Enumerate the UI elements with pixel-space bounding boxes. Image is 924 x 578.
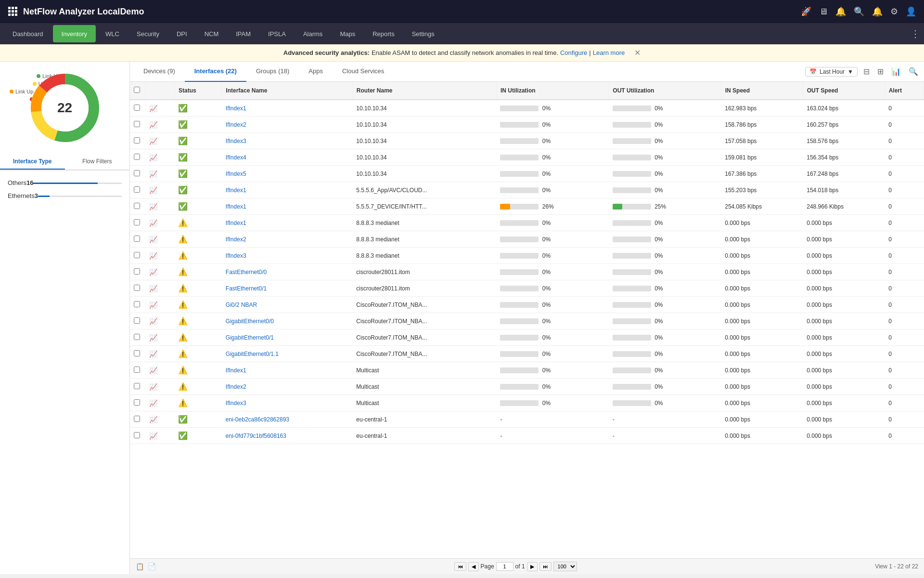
ctab-apps[interactable]: Apps — [299, 62, 333, 82]
nav-ncm[interactable]: NCM — [196, 23, 228, 44]
grid-icon[interactable] — [8, 6, 17, 17]
ifname-4[interactable]: IfIndex5 — [222, 166, 352, 182]
ifname-10[interactable]: FastEthernet0/0 — [222, 264, 352, 280]
rocket-icon[interactable]: 🚀 — [801, 6, 811, 17]
grid-view-icon[interactable]: ⊞ — [875, 65, 886, 78]
col-header-alert[interactable]: Alert — [885, 82, 924, 100]
row-checkbox-9[interactable] — [134, 252, 140, 258]
mini-chart-11[interactable]: 📈 — [149, 285, 157, 292]
mini-chart-10[interactable]: 📈 — [149, 268, 157, 276]
row-checkbox-2[interactable] — [134, 137, 140, 144]
nav-alarms[interactable]: Alarms — [295, 23, 331, 44]
notification-icon[interactable]: 🔔 — [872, 6, 883, 17]
row-checkbox-14[interactable] — [134, 334, 140, 340]
select-all-checkbox[interactable] — [134, 87, 140, 93]
nav-more[interactable]: ⋮ — [911, 28, 920, 39]
filter-icon[interactable]: ⊟ — [861, 65, 872, 78]
type-item-others[interactable]: Others 16 — [8, 176, 122, 189]
ifname-16[interactable]: IfIndex1 — [222, 362, 352, 379]
bell-outline-icon[interactable]: 🔔 — [835, 6, 846, 17]
page-input[interactable] — [496, 562, 513, 571]
mini-chart-18[interactable]: 📈 — [149, 399, 157, 407]
row-checkbox-3[interactable] — [134, 154, 140, 160]
row-checkbox-6[interactable] — [134, 203, 140, 209]
nav-ipam[interactable]: IPAM — [227, 23, 259, 44]
nav-reports[interactable]: Reports — [364, 23, 403, 44]
gear-icon[interactable]: ⚙ — [890, 6, 898, 17]
mini-chart-7[interactable]: 📈 — [149, 219, 157, 227]
alert-close-button[interactable]: ✕ — [634, 48, 641, 57]
ifname-19[interactable]: eni-0eb2ca86c92862893 — [222, 411, 352, 428]
nav-wlc[interactable]: WLC — [97, 23, 128, 44]
ctab-cloud[interactable]: Cloud Services — [333, 62, 394, 82]
nav-ipsla[interactable]: IPSLA — [259, 23, 295, 44]
ifname-9[interactable]: IfIndex3 — [222, 248, 352, 264]
ifname-2[interactable]: IfIndex3 — [222, 133, 352, 149]
time-selector[interactable]: 📅 Last Hour ▼ — [805, 67, 858, 77]
row-checkbox-10[interactable] — [134, 268, 140, 275]
ctab-interfaces[interactable]: Interfaces (22) — [185, 62, 246, 82]
ifname-17[interactable]: IfIndex2 — [222, 379, 352, 395]
row-checkbox-20[interactable] — [134, 432, 140, 438]
mini-chart-16[interactable]: 📈 — [149, 367, 157, 374]
ifname-20[interactable]: eni-0fd779c1bf5608163 — [222, 428, 352, 444]
row-checkbox-0[interactable] — [134, 105, 140, 111]
mini-chart-19[interactable]: 📈 — [149, 416, 157, 423]
prev-page-button[interactable]: ◀ — [468, 562, 479, 571]
next-page-button[interactable]: ▶ — [527, 562, 538, 571]
mini-chart-5[interactable]: 📈 — [149, 186, 157, 194]
row-checkbox-15[interactable] — [134, 350, 140, 356]
ifname-13[interactable]: GigabitEthernet0/0 — [222, 313, 352, 329]
nav-settings[interactable]: Settings — [403, 23, 443, 44]
first-page-button[interactable]: ⏮ — [454, 562, 466, 571]
search-table-icon[interactable]: 🔍 — [907, 65, 920, 78]
ifname-18[interactable]: IfIndex3 — [222, 395, 352, 411]
row-checkbox-13[interactable] — [134, 317, 140, 324]
mini-chart-6[interactable]: 📈 — [149, 203, 157, 210]
mini-chart-15[interactable]: 📈 — [149, 350, 157, 358]
mini-chart-9[interactable]: 📈 — [149, 252, 157, 260]
col-header-out-util[interactable]: OUT Utilization — [609, 82, 721, 100]
ifname-7[interactable]: IfIndex1 — [222, 215, 352, 231]
mini-chart-14[interactable]: 📈 — [149, 334, 157, 342]
row-checkbox-11[interactable] — [134, 285, 140, 291]
row-checkbox-19[interactable] — [134, 416, 140, 422]
export-pdf-icon[interactable]: 📄 — [148, 563, 156, 570]
row-checkbox-4[interactable] — [134, 170, 140, 176]
ifname-1[interactable]: IfIndex2 — [222, 117, 352, 133]
ifname-3[interactable]: IfIndex4 — [222, 149, 352, 166]
search-icon[interactable]: 🔍 — [854, 6, 864, 17]
ifname-12[interactable]: Gi0/2 NBAR — [222, 297, 352, 313]
mini-chart-3[interactable]: 📈 — [149, 154, 157, 161]
mini-chart-0[interactable]: 📈 — [149, 105, 157, 112]
last-page-button[interactable]: ⏭ — [539, 562, 552, 571]
row-checkbox-5[interactable] — [134, 186, 140, 193]
col-header-ifname[interactable]: Interface Name — [222, 82, 352, 100]
alert-learn-link[interactable]: Learn more — [593, 49, 625, 56]
monitor-icon[interactable]: 🖥 — [819, 7, 828, 17]
chart-icon[interactable]: 📊 — [889, 65, 903, 78]
col-header-in-util[interactable]: IN Utilization — [496, 82, 608, 100]
col-header-status[interactable]: Status — [174, 82, 221, 100]
user-icon[interactable]: 👤 — [906, 6, 916, 17]
export-csv-icon[interactable]: 📋 — [136, 563, 144, 570]
ctab-groups[interactable]: Groups (18) — [246, 62, 299, 82]
row-checkbox-8[interactable] — [134, 236, 140, 242]
mini-chart-12[interactable]: 📈 — [149, 301, 157, 309]
nav-maps[interactable]: Maps — [331, 23, 364, 44]
row-checkbox-17[interactable] — [134, 383, 140, 389]
nav-dpi[interactable]: DPI — [168, 23, 196, 44]
ifname-11[interactable]: FastEthernet0/1 — [222, 280, 352, 297]
mini-chart-8[interactable]: 📈 — [149, 236, 157, 243]
per-page-select[interactable]: 100 — [553, 562, 577, 571]
ifname-5[interactable]: IfIndex1 — [222, 182, 352, 198]
row-checkbox-7[interactable] — [134, 219, 140, 225]
ifname-15[interactable]: GigabitEthernet0/1.1 — [222, 346, 352, 362]
col-header-router[interactable]: Router Name — [352, 82, 496, 100]
nav-dashboard[interactable]: Dashboard — [4, 23, 52, 44]
ifname-0[interactable]: IfIndex1 — [222, 100, 352, 117]
alert-configure-link[interactable]: Configure — [560, 49, 587, 56]
type-item-ethernets[interactable]: Ethernets 3 — [8, 189, 122, 202]
row-checkbox-1[interactable] — [134, 121, 140, 127]
mini-chart-2[interactable]: 📈 — [149, 137, 157, 145]
